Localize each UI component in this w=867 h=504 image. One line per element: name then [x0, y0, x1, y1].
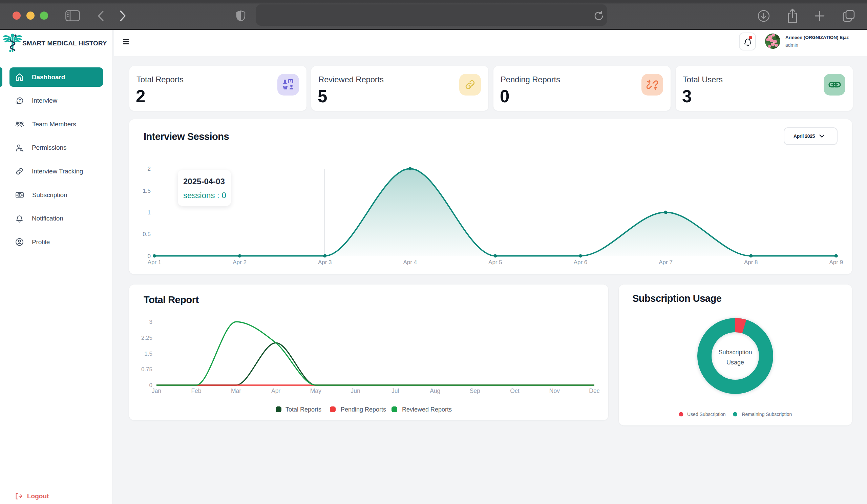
svg-text:Aug: Aug: [430, 387, 440, 394]
svg-text:Oct: Oct: [510, 387, 519, 394]
svg-text:Apr 4: Apr 4: [403, 259, 417, 266]
svg-text:Mar: Mar: [231, 387, 241, 394]
svg-text:Apr 6: Apr 6: [574, 259, 588, 266]
svg-text:2.25: 2.25: [141, 335, 152, 341]
svg-text:1: 1: [148, 209, 151, 216]
svg-text:1.5: 1.5: [142, 187, 151, 194]
svg-text:3: 3: [149, 319, 152, 325]
svg-text:Apr 8: Apr 8: [744, 259, 758, 266]
svg-text:0.75: 0.75: [141, 366, 152, 373]
svg-text:Apr 3: Apr 3: [318, 259, 332, 266]
svg-text:0.5: 0.5: [142, 231, 151, 237]
svg-text:Apr 9: Apr 9: [829, 259, 843, 266]
svg-text:May: May: [310, 387, 321, 394]
svg-text:Jun: Jun: [351, 387, 360, 394]
svg-text:Apr 7: Apr 7: [659, 259, 673, 266]
svg-text:Used Subscription: Used Subscription: [687, 411, 726, 417]
svg-text:Sep: Sep: [470, 387, 480, 394]
svg-text:Remaining Subscription: Remaining Subscription: [742, 411, 792, 417]
svg-text:Apr 1: Apr 1: [148, 259, 162, 266]
svg-text:Apr 5: Apr 5: [488, 259, 502, 266]
svg-text:Apr: Apr: [271, 387, 280, 394]
svg-text:Total Reports: Total Reports: [286, 406, 321, 413]
svg-text:Nov: Nov: [549, 387, 560, 394]
svg-text:Dec: Dec: [589, 387, 599, 394]
svg-text:1.5: 1.5: [144, 351, 152, 357]
svg-text:0: 0: [148, 253, 151, 259]
svg-text:2: 2: [148, 165, 151, 172]
svg-text:Subscription: Subscription: [718, 349, 752, 356]
svg-text:Jan: Jan: [152, 387, 161, 394]
svg-text:Pending Reports: Pending Reports: [341, 406, 386, 413]
svg-text:?: ?: [290, 79, 291, 83]
svg-text:Usage: Usage: [726, 359, 744, 366]
svg-text:Feb: Feb: [191, 387, 201, 394]
svg-text:Reviewed Reports: Reviewed Reports: [402, 406, 452, 413]
svg-text:?: ?: [19, 98, 21, 102]
svg-text:Jul: Jul: [392, 387, 399, 394]
svg-text:Apr 2: Apr 2: [233, 259, 247, 266]
